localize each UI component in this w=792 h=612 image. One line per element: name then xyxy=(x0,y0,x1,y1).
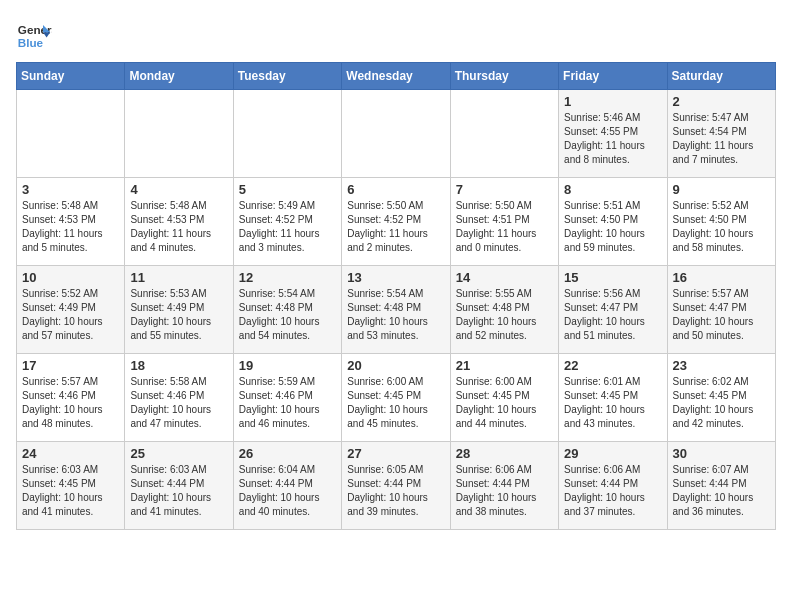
day-number: 3 xyxy=(22,182,119,197)
day-number: 16 xyxy=(673,270,770,285)
day-number: 6 xyxy=(347,182,444,197)
day-number: 9 xyxy=(673,182,770,197)
day-info: Sunrise: 6:05 AM Sunset: 4:44 PM Dayligh… xyxy=(347,463,444,519)
day-number: 27 xyxy=(347,446,444,461)
day-info: Sunrise: 5:52 AM Sunset: 4:49 PM Dayligh… xyxy=(22,287,119,343)
day-info: Sunrise: 5:52 AM Sunset: 4:50 PM Dayligh… xyxy=(673,199,770,255)
calendar-day-cell xyxy=(342,90,450,178)
calendar-day-cell: 3Sunrise: 5:48 AM Sunset: 4:53 PM Daylig… xyxy=(17,178,125,266)
calendar-day-cell: 30Sunrise: 6:07 AM Sunset: 4:44 PM Dayli… xyxy=(667,442,775,530)
calendar-day-cell xyxy=(17,90,125,178)
day-info: Sunrise: 5:58 AM Sunset: 4:46 PM Dayligh… xyxy=(130,375,227,431)
calendar-day-cell xyxy=(450,90,558,178)
day-number: 19 xyxy=(239,358,336,373)
calendar-day-cell: 17Sunrise: 5:57 AM Sunset: 4:46 PM Dayli… xyxy=(17,354,125,442)
day-info: Sunrise: 5:54 AM Sunset: 4:48 PM Dayligh… xyxy=(239,287,336,343)
calendar-day-cell: 13Sunrise: 5:54 AM Sunset: 4:48 PM Dayli… xyxy=(342,266,450,354)
day-number: 8 xyxy=(564,182,661,197)
calendar-week-row: 10Sunrise: 5:52 AM Sunset: 4:49 PM Dayli… xyxy=(17,266,776,354)
day-info: Sunrise: 6:01 AM Sunset: 4:45 PM Dayligh… xyxy=(564,375,661,431)
calendar-day-cell: 6Sunrise: 5:50 AM Sunset: 4:52 PM Daylig… xyxy=(342,178,450,266)
day-of-week-header: Sunday xyxy=(17,63,125,90)
day-number: 28 xyxy=(456,446,553,461)
day-info: Sunrise: 6:03 AM Sunset: 4:44 PM Dayligh… xyxy=(130,463,227,519)
day-info: Sunrise: 5:57 AM Sunset: 4:46 PM Dayligh… xyxy=(22,375,119,431)
calendar-day-cell: 28Sunrise: 6:06 AM Sunset: 4:44 PM Dayli… xyxy=(450,442,558,530)
day-info: Sunrise: 5:51 AM Sunset: 4:50 PM Dayligh… xyxy=(564,199,661,255)
calendar-day-cell: 1Sunrise: 5:46 AM Sunset: 4:55 PM Daylig… xyxy=(559,90,667,178)
day-number: 12 xyxy=(239,270,336,285)
day-of-week-header: Wednesday xyxy=(342,63,450,90)
day-info: Sunrise: 6:06 AM Sunset: 4:44 PM Dayligh… xyxy=(564,463,661,519)
calendar-table: SundayMondayTuesdayWednesdayThursdayFrid… xyxy=(16,62,776,530)
calendar-day-cell: 11Sunrise: 5:53 AM Sunset: 4:49 PM Dayli… xyxy=(125,266,233,354)
calendar-day-cell: 12Sunrise: 5:54 AM Sunset: 4:48 PM Dayli… xyxy=(233,266,341,354)
calendar-day-cell: 16Sunrise: 5:57 AM Sunset: 4:47 PM Dayli… xyxy=(667,266,775,354)
calendar-week-row: 1Sunrise: 5:46 AM Sunset: 4:55 PM Daylig… xyxy=(17,90,776,178)
page-header: General Blue xyxy=(16,16,776,52)
day-number: 22 xyxy=(564,358,661,373)
day-number: 24 xyxy=(22,446,119,461)
day-number: 5 xyxy=(239,182,336,197)
day-number: 25 xyxy=(130,446,227,461)
calendar-day-cell: 8Sunrise: 5:51 AM Sunset: 4:50 PM Daylig… xyxy=(559,178,667,266)
day-number: 13 xyxy=(347,270,444,285)
day-info: Sunrise: 5:47 AM Sunset: 4:54 PM Dayligh… xyxy=(673,111,770,167)
calendar-day-cell: 23Sunrise: 6:02 AM Sunset: 4:45 PM Dayli… xyxy=(667,354,775,442)
calendar-day-cell: 22Sunrise: 6:01 AM Sunset: 4:45 PM Dayli… xyxy=(559,354,667,442)
day-info: Sunrise: 5:50 AM Sunset: 4:51 PM Dayligh… xyxy=(456,199,553,255)
calendar-day-cell: 29Sunrise: 6:06 AM Sunset: 4:44 PM Dayli… xyxy=(559,442,667,530)
logo-icon: General Blue xyxy=(16,16,52,52)
day-info: Sunrise: 5:48 AM Sunset: 4:53 PM Dayligh… xyxy=(22,199,119,255)
day-number: 18 xyxy=(130,358,227,373)
day-info: Sunrise: 6:03 AM Sunset: 4:45 PM Dayligh… xyxy=(22,463,119,519)
day-number: 23 xyxy=(673,358,770,373)
day-number: 14 xyxy=(456,270,553,285)
calendar-day-cell: 15Sunrise: 5:56 AM Sunset: 4:47 PM Dayli… xyxy=(559,266,667,354)
day-number: 17 xyxy=(22,358,119,373)
day-info: Sunrise: 5:59 AM Sunset: 4:46 PM Dayligh… xyxy=(239,375,336,431)
day-info: Sunrise: 5:53 AM Sunset: 4:49 PM Dayligh… xyxy=(130,287,227,343)
day-of-week-header: Tuesday xyxy=(233,63,341,90)
day-info: Sunrise: 6:06 AM Sunset: 4:44 PM Dayligh… xyxy=(456,463,553,519)
day-number: 10 xyxy=(22,270,119,285)
day-info: Sunrise: 6:00 AM Sunset: 4:45 PM Dayligh… xyxy=(347,375,444,431)
day-info: Sunrise: 5:46 AM Sunset: 4:55 PM Dayligh… xyxy=(564,111,661,167)
calendar-header-row: SundayMondayTuesdayWednesdayThursdayFrid… xyxy=(17,63,776,90)
day-of-week-header: Thursday xyxy=(450,63,558,90)
calendar-day-cell: 2Sunrise: 5:47 AM Sunset: 4:54 PM Daylig… xyxy=(667,90,775,178)
day-number: 4 xyxy=(130,182,227,197)
day-info: Sunrise: 6:04 AM Sunset: 4:44 PM Dayligh… xyxy=(239,463,336,519)
logo: General Blue xyxy=(16,16,52,52)
day-of-week-header: Friday xyxy=(559,63,667,90)
day-info: Sunrise: 5:49 AM Sunset: 4:52 PM Dayligh… xyxy=(239,199,336,255)
calendar-day-cell: 7Sunrise: 5:50 AM Sunset: 4:51 PM Daylig… xyxy=(450,178,558,266)
day-info: Sunrise: 5:56 AM Sunset: 4:47 PM Dayligh… xyxy=(564,287,661,343)
day-number: 26 xyxy=(239,446,336,461)
day-info: Sunrise: 5:54 AM Sunset: 4:48 PM Dayligh… xyxy=(347,287,444,343)
day-number: 11 xyxy=(130,270,227,285)
day-number: 15 xyxy=(564,270,661,285)
calendar-day-cell xyxy=(233,90,341,178)
calendar-day-cell: 10Sunrise: 5:52 AM Sunset: 4:49 PM Dayli… xyxy=(17,266,125,354)
calendar-day-cell: 19Sunrise: 5:59 AM Sunset: 4:46 PM Dayli… xyxy=(233,354,341,442)
calendar-day-cell: 18Sunrise: 5:58 AM Sunset: 4:46 PM Dayli… xyxy=(125,354,233,442)
day-number: 29 xyxy=(564,446,661,461)
day-number: 21 xyxy=(456,358,553,373)
calendar-day-cell: 24Sunrise: 6:03 AM Sunset: 4:45 PM Dayli… xyxy=(17,442,125,530)
calendar-week-row: 24Sunrise: 6:03 AM Sunset: 4:45 PM Dayli… xyxy=(17,442,776,530)
day-number: 2 xyxy=(673,94,770,109)
calendar-day-cell: 4Sunrise: 5:48 AM Sunset: 4:53 PM Daylig… xyxy=(125,178,233,266)
calendar-day-cell: 21Sunrise: 6:00 AM Sunset: 4:45 PM Dayli… xyxy=(450,354,558,442)
day-number: 7 xyxy=(456,182,553,197)
calendar-day-cell: 14Sunrise: 5:55 AM Sunset: 4:48 PM Dayli… xyxy=(450,266,558,354)
calendar-day-cell: 26Sunrise: 6:04 AM Sunset: 4:44 PM Dayli… xyxy=(233,442,341,530)
day-number: 20 xyxy=(347,358,444,373)
day-info: Sunrise: 6:02 AM Sunset: 4:45 PM Dayligh… xyxy=(673,375,770,431)
calendar-day-cell: 20Sunrise: 6:00 AM Sunset: 4:45 PM Dayli… xyxy=(342,354,450,442)
day-info: Sunrise: 6:07 AM Sunset: 4:44 PM Dayligh… xyxy=(673,463,770,519)
day-number: 1 xyxy=(564,94,661,109)
calendar-day-cell: 25Sunrise: 6:03 AM Sunset: 4:44 PM Dayli… xyxy=(125,442,233,530)
calendar-week-row: 17Sunrise: 5:57 AM Sunset: 4:46 PM Dayli… xyxy=(17,354,776,442)
day-info: Sunrise: 5:48 AM Sunset: 4:53 PM Dayligh… xyxy=(130,199,227,255)
